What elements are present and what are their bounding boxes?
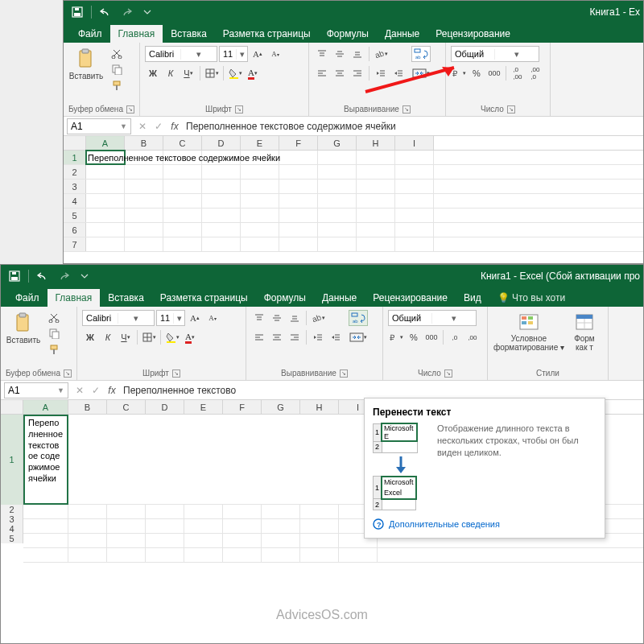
- tab-data[interactable]: Данные: [314, 289, 365, 307]
- row-header[interactable]: 1: [1, 415, 23, 505]
- col-header[interactable]: F: [223, 400, 262, 414]
- undo-icon[interactable]: [97, 3, 114, 21]
- align-middle-icon[interactable]: [332, 46, 348, 62]
- fx-icon[interactable]: fx: [104, 385, 120, 396]
- fill-color-icon[interactable]: ▾: [164, 329, 180, 345]
- row-header[interactable]: 3: [64, 180, 86, 193]
- col-header[interactable]: I: [395, 136, 434, 150]
- fill-color-icon[interactable]: ▾: [227, 65, 243, 81]
- orientation-icon[interactable]: ab▾: [373, 46, 389, 62]
- fx-cancel-icon[interactable]: ✕: [72, 385, 88, 396]
- cut-icon[interactable]: [46, 310, 62, 324]
- italic-icon[interactable]: К: [100, 329, 116, 345]
- bold-icon[interactable]: Ж: [145, 65, 161, 81]
- col-header[interactable]: F: [279, 136, 318, 150]
- tab-home[interactable]: Главная: [110, 25, 163, 43]
- decrease-indent-icon[interactable]: [310, 329, 326, 345]
- conditional-formatting-button[interactable]: Условноеформатирование ▾: [493, 310, 565, 358]
- increase-decimal-icon[interactable]: ,0,00: [510, 65, 526, 81]
- tab-page-layout[interactable]: Разметка страницы: [215, 25, 319, 43]
- col-header[interactable]: C: [107, 400, 146, 414]
- decrease-font-icon[interactable]: A▾: [204, 310, 221, 326]
- percent-icon[interactable]: %: [406, 329, 422, 345]
- borders-icon[interactable]: ▾: [204, 65, 220, 81]
- select-all-corner[interactable]: [64, 136, 86, 150]
- wrap-text-button[interactable]: ab: [349, 310, 368, 326]
- row-header[interactable]: 1: [64, 151, 86, 164]
- tab-formulas[interactable]: Формулы: [319, 25, 377, 43]
- orientation-icon[interactable]: ab▾: [310, 310, 326, 326]
- decrease-font-icon[interactable]: A▾: [267, 46, 283, 62]
- tab-insert[interactable]: Вставка: [163, 25, 215, 43]
- number-format-dropdown[interactable]: Общий▾: [451, 46, 539, 62]
- wrap-text-button[interactable]: ab: [411, 46, 431, 62]
- undo-icon[interactable]: [34, 267, 52, 285]
- tab-page-layout[interactable]: Разметка страницы: [152, 289, 256, 307]
- align-right-icon[interactable]: [287, 329, 303, 345]
- col-header[interactable]: D: [146, 400, 184, 414]
- tab-home[interactable]: Главная: [47, 289, 101, 307]
- format-painter-icon[interactable]: [109, 78, 125, 93]
- save-icon[interactable]: [68, 3, 86, 21]
- align-bottom-icon[interactable]: [287, 310, 303, 326]
- number-format-dropdown[interactable]: Общий▾: [388, 310, 477, 326]
- fx-enter-icon[interactable]: ✓: [88, 385, 104, 396]
- align-bottom-icon[interactable]: [349, 46, 365, 62]
- font-color-icon[interactable]: A▾: [245, 65, 261, 81]
- comma-icon[interactable]: 000: [423, 329, 440, 345]
- row-header[interactable]: 4: [64, 194, 86, 208]
- increase-decimal-icon[interactable]: ,0: [447, 329, 463, 345]
- tab-file[interactable]: Файл: [7, 289, 47, 307]
- formula-value[interactable]: Переполненное текстовое содержимое ячейк…: [183, 121, 643, 132]
- row-header[interactable]: 5: [1, 534, 23, 543]
- paste-button[interactable]: Вставить: [68, 46, 104, 94]
- decrease-decimal-icon[interactable]: ,00,0: [527, 65, 543, 81]
- currency-icon[interactable]: ₽▾: [388, 329, 404, 345]
- tab-file[interactable]: Файл: [70, 25, 110, 43]
- cut-icon[interactable]: [109, 46, 125, 60]
- copy-icon[interactable]: [109, 62, 125, 76]
- format-painter-icon[interactable]: [46, 342, 62, 357]
- formula-value[interactable]: Переполненное текстово: [120, 385, 643, 396]
- fx-cancel-icon[interactable]: ✕: [134, 121, 151, 132]
- row-header[interactable]: 2: [64, 165, 86, 179]
- align-top-icon[interactable]: [251, 310, 267, 326]
- font-size-dropdown[interactable]: 11▾: [156, 310, 185, 326]
- align-left-icon[interactable]: [251, 329, 267, 345]
- fx-icon[interactable]: fx: [167, 121, 183, 132]
- format-as-table-button[interactable]: Формкак т: [568, 310, 601, 358]
- copy-icon[interactable]: [46, 326, 62, 341]
- select-all-corner[interactable]: [1, 400, 23, 414]
- cell-a1-wrapped[interactable]: Переполненное текстовое содержимое ячейк…: [23, 415, 68, 505]
- align-center-icon[interactable]: [269, 329, 285, 345]
- align-center-icon[interactable]: [332, 65, 348, 81]
- row-header[interactable]: 3: [1, 514, 23, 524]
- col-header-a[interactable]: A: [86, 136, 125, 150]
- row-header[interactable]: 6: [64, 223, 86, 237]
- font-name-dropdown[interactable]: Calibri▾: [145, 46, 217, 62]
- col-header[interactable]: H: [300, 400, 339, 414]
- decrease-decimal-icon[interactable]: ,00: [464, 329, 481, 345]
- align-top-icon[interactable]: [314, 46, 330, 62]
- col-header-a[interactable]: A: [23, 400, 68, 414]
- redo-icon[interactable]: [118, 3, 135, 21]
- qat-more-icon[interactable]: [76, 267, 93, 285]
- qat-more-icon[interactable]: [138, 3, 156, 21]
- comma-icon[interactable]: 000: [486, 65, 502, 81]
- col-header[interactable]: B: [125, 136, 163, 150]
- row-header[interactable]: 7: [64, 237, 86, 251]
- increase-font-icon[interactable]: A▴: [187, 310, 203, 326]
- col-header[interactable]: D: [202, 136, 241, 150]
- bold-icon[interactable]: Ж: [82, 329, 98, 345]
- clipboard-launcher[interactable]: ↘: [126, 105, 134, 114]
- col-header[interactable]: G: [262, 400, 300, 414]
- percent-icon[interactable]: %: [469, 65, 485, 81]
- increase-indent-icon[interactable]: [328, 329, 344, 345]
- col-header[interactable]: E: [241, 136, 279, 150]
- row-header[interactable]: 5: [64, 208, 86, 222]
- tell-me[interactable]: 💡 Что вы хоти: [489, 289, 574, 307]
- grid[interactable]: A B C D E F G H I 1 Переполненное тексто…: [64, 136, 643, 252]
- save-icon[interactable]: [6, 267, 23, 285]
- tab-insert[interactable]: Вставка: [100, 289, 152, 307]
- increase-font-icon[interactable]: A▴: [250, 46, 266, 62]
